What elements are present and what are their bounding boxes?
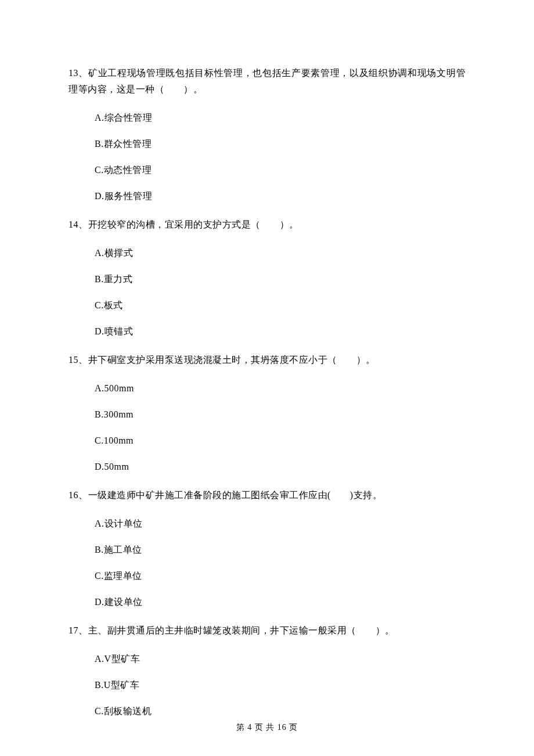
question-16: 16、一级建造师中矿井施工准备阶段的施工图纸会审工作应由( )支持。 A.设计单… [68,487,466,608]
question-options: A.设计单位 B.施工单位 C.监理单位 D.建设单位 [68,518,466,608]
option-b: B.施工单位 [95,544,466,556]
option-b: B.300mm [95,409,466,420]
question-text: 13、矿业工程现场管理既包括目标性管理，也包括生产要素管理，以及组织协调和现场文… [68,65,466,98]
question-15: 15、井下硐室支护采用泵送现浇混凝土时，其坍落度不应小于（ ）。 A.500mm… [68,352,466,473]
option-d: D.建设单位 [95,596,466,608]
option-d: D.喷锚式 [95,326,466,337]
question-13: 13、矿业工程现场管理既包括目标性管理，也包括生产要素管理，以及组织协调和现场文… [68,65,466,202]
question-14: 14、开挖较窄的沟槽，宜采用的支护方式是（ ）。 A.横撑式 B.重力式 C.板… [68,217,466,337]
option-a: A.综合性管理 [95,112,466,124]
option-a: A.横撑式 [95,247,466,259]
option-b: B.重力式 [95,273,466,285]
option-c: C.刮板输送机 [95,705,466,717]
question-text: 16、一级建造师中矿井施工准备阶段的施工图纸会审工作应由( )支持。 [68,487,466,503]
option-a: A.500mm [95,383,466,394]
option-c: C.动态性管理 [95,164,466,176]
question-options: A.V型矿车 B.U型矿车 C.刮板输送机 [68,653,466,717]
option-b: B.U型矿车 [95,679,466,691]
question-options: A.横撑式 B.重力式 C.板式 D.喷锚式 [68,247,466,337]
option-b: B.群众性管理 [95,138,466,150]
question-text: 15、井下硐室支护采用泵送现浇混凝土时，其坍落度不应小于（ ）。 [68,352,466,368]
option-c: C.监理单位 [95,570,466,582]
option-d: D.服务性管理 [95,190,466,202]
question-text: 14、开挖较窄的沟槽，宜采用的支护方式是（ ）。 [68,217,466,233]
option-a: A.V型矿车 [95,653,466,665]
option-d: D.50mm [95,461,466,473]
option-c: C.板式 [95,300,466,311]
page-footer: 第 4 页 共 16 页 [0,722,534,733]
option-c: C.100mm [95,435,466,447]
option-a: A.设计单位 [95,518,466,530]
question-17: 17、主、副井贯通后的主井临时罐笼改装期间，井下运输一般采用（ ）。 A.V型矿… [68,622,466,717]
question-text: 17、主、副井贯通后的主井临时罐笼改装期间，井下运输一般采用（ ）。 [68,622,466,639]
question-options: A.综合性管理 B.群众性管理 C.动态性管理 D.服务性管理 [68,112,466,202]
question-options: A.500mm B.300mm C.100mm D.50mm [68,383,466,473]
document-page: 13、矿业工程现场管理既包括目标性管理，也包括生产要素管理，以及组织协调和现场文… [0,0,534,717]
